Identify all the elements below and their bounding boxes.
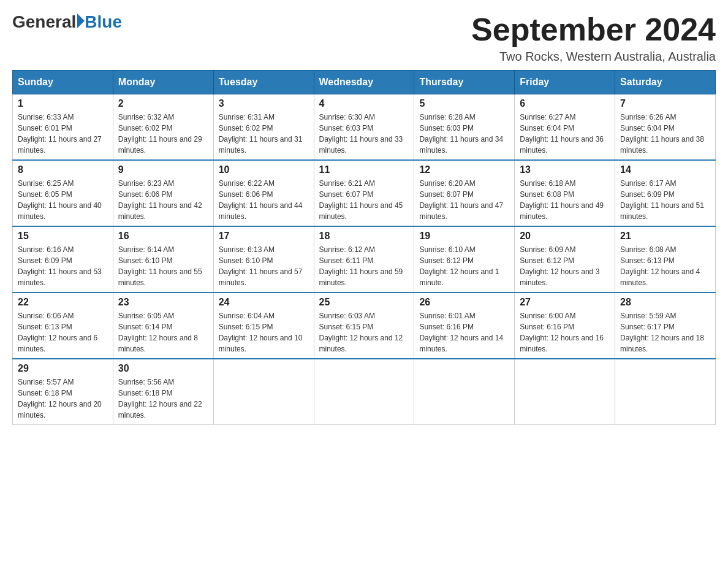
page-title: September 2024: [471, 12, 716, 47]
day-number: 22: [18, 297, 108, 308]
day-info: Sunrise: 6:22 AM Sunset: 6:06 PM Dayligh…: [219, 178, 309, 222]
day-number: 14: [620, 164, 710, 175]
day-number: 20: [520, 231, 610, 242]
calendar-header-row: Sunday Monday Tuesday Wednesday Thursday…: [13, 71, 716, 94]
day-number: 19: [419, 231, 509, 242]
day-info: Sunrise: 6:30 AM Sunset: 6:03 PM Dayligh…: [319, 112, 409, 156]
day-info: Sunrise: 5:56 AM Sunset: 6:18 PM Dayligh…: [118, 377, 208, 421]
table-row: 26 Sunrise: 6:01 AM Sunset: 6:16 PM Dayl…: [414, 293, 515, 359]
day-info: Sunrise: 6:12 AM Sunset: 6:11 PM Dayligh…: [319, 244, 409, 288]
logo-blue-text: Blue: [85, 12, 122, 32]
table-row: 14 Sunrise: 6:17 AM Sunset: 6:09 PM Dayl…: [615, 160, 716, 226]
day-info: Sunrise: 6:04 AM Sunset: 6:15 PM Dayligh…: [219, 310, 309, 354]
table-row: 17 Sunrise: 6:13 AM Sunset: 6:10 PM Dayl…: [213, 226, 314, 293]
day-info: Sunrise: 6:25 AM Sunset: 6:05 PM Dayligh…: [18, 178, 108, 222]
day-info: Sunrise: 6:14 AM Sunset: 6:10 PM Dayligh…: [118, 244, 208, 288]
table-row: 12 Sunrise: 6:20 AM Sunset: 6:07 PM Dayl…: [414, 160, 515, 226]
col-thursday: Thursday: [414, 71, 515, 94]
day-info: Sunrise: 6:32 AM Sunset: 6:02 PM Dayligh…: [118, 112, 208, 156]
day-info: Sunrise: 6:18 AM Sunset: 6:08 PM Dayligh…: [520, 178, 610, 222]
table-row: 21 Sunrise: 6:08 AM Sunset: 6:13 PM Dayl…: [615, 226, 716, 293]
day-info: Sunrise: 6:23 AM Sunset: 6:06 PM Dayligh…: [118, 178, 208, 222]
day-number: 5: [419, 98, 509, 109]
table-row: 10 Sunrise: 6:22 AM Sunset: 6:06 PM Dayl…: [213, 160, 314, 226]
table-row: 6 Sunrise: 6:27 AM Sunset: 6:04 PM Dayli…: [515, 94, 615, 161]
table-row: 11 Sunrise: 6:21 AM Sunset: 6:07 PM Dayl…: [314, 160, 414, 226]
day-number: 2: [118, 98, 208, 109]
day-info: Sunrise: 6:16 AM Sunset: 6:09 PM Dayligh…: [18, 244, 108, 288]
table-row: 4 Sunrise: 6:30 AM Sunset: 6:03 PM Dayli…: [314, 94, 414, 161]
day-info: Sunrise: 6:28 AM Sunset: 6:03 PM Dayligh…: [419, 112, 509, 156]
table-row: 30 Sunrise: 5:56 AM Sunset: 6:18 PM Dayl…: [113, 359, 213, 425]
calendar-table: Sunday Monday Tuesday Wednesday Thursday…: [12, 70, 716, 425]
day-info: Sunrise: 6:27 AM Sunset: 6:04 PM Dayligh…: [520, 112, 610, 156]
col-saturday: Saturday: [615, 71, 716, 94]
table-row: 18 Sunrise: 6:12 AM Sunset: 6:11 PM Dayl…: [314, 226, 414, 293]
day-number: 23: [118, 297, 208, 308]
day-number: 3: [219, 98, 309, 109]
table-row: [615, 359, 716, 425]
day-number: 12: [419, 164, 509, 175]
table-row: 16 Sunrise: 6:14 AM Sunset: 6:10 PM Dayl…: [113, 226, 213, 293]
table-row: 2 Sunrise: 6:32 AM Sunset: 6:02 PM Dayli…: [113, 94, 213, 161]
col-tuesday: Tuesday: [213, 71, 314, 94]
day-number: 21: [620, 231, 710, 242]
day-info: Sunrise: 6:21 AM Sunset: 6:07 PM Dayligh…: [319, 178, 409, 222]
day-number: 16: [118, 231, 208, 242]
table-row: 9 Sunrise: 6:23 AM Sunset: 6:06 PM Dayli…: [113, 160, 213, 226]
table-row: 25 Sunrise: 6:03 AM Sunset: 6:15 PM Dayl…: [314, 293, 414, 359]
day-info: Sunrise: 6:13 AM Sunset: 6:10 PM Dayligh…: [219, 244, 309, 288]
day-number: 9: [118, 164, 208, 175]
logo-blue-part: Blue: [76, 12, 122, 32]
day-number: 24: [219, 297, 309, 308]
day-info: Sunrise: 6:06 AM Sunset: 6:13 PM Dayligh…: [18, 310, 108, 354]
day-info: Sunrise: 6:09 AM Sunset: 6:12 PM Dayligh…: [520, 244, 610, 288]
table-row: 7 Sunrise: 6:26 AM Sunset: 6:04 PM Dayli…: [615, 94, 716, 161]
table-row: 29 Sunrise: 5:57 AM Sunset: 6:18 PM Dayl…: [13, 359, 113, 425]
day-info: Sunrise: 6:31 AM Sunset: 6:02 PM Dayligh…: [219, 112, 309, 156]
table-row: 15 Sunrise: 6:16 AM Sunset: 6:09 PM Dayl…: [13, 226, 113, 293]
day-number: 15: [18, 231, 108, 242]
day-info: Sunrise: 6:20 AM Sunset: 6:07 PM Dayligh…: [419, 178, 509, 222]
day-number: 30: [118, 363, 208, 374]
day-info: Sunrise: 6:17 AM Sunset: 6:09 PM Dayligh…: [620, 178, 710, 222]
table-row: 20 Sunrise: 6:09 AM Sunset: 6:12 PM Dayl…: [515, 226, 615, 293]
col-friday: Friday: [515, 71, 615, 94]
table-row: 1 Sunrise: 6:33 AM Sunset: 6:01 PM Dayli…: [13, 94, 113, 161]
table-row: 5 Sunrise: 6:28 AM Sunset: 6:03 PM Dayli…: [414, 94, 515, 161]
day-number: 28: [620, 297, 710, 308]
title-section: September 2024 Two Rocks, Western Austra…: [471, 12, 716, 64]
day-info: Sunrise: 6:08 AM Sunset: 6:13 PM Dayligh…: [620, 244, 710, 288]
page-subtitle: Two Rocks, Western Australia, Australia: [471, 50, 716, 64]
logo-arrow-icon: [77, 13, 85, 28]
day-number: 17: [219, 231, 309, 242]
table-row: 3 Sunrise: 6:31 AM Sunset: 6:02 PM Dayli…: [213, 94, 314, 161]
day-number: 8: [18, 164, 108, 175]
table-row: [314, 359, 414, 425]
table-row: 23 Sunrise: 6:05 AM Sunset: 6:14 PM Dayl…: [113, 293, 213, 359]
day-number: 10: [219, 164, 309, 175]
day-number: 27: [520, 297, 610, 308]
day-number: 11: [319, 164, 409, 175]
table-row: 22 Sunrise: 6:06 AM Sunset: 6:13 PM Dayl…: [13, 293, 113, 359]
day-info: Sunrise: 6:05 AM Sunset: 6:14 PM Dayligh…: [118, 310, 208, 354]
col-monday: Monday: [113, 71, 213, 94]
logo: General Blue: [12, 12, 122, 32]
day-number: 7: [620, 98, 710, 109]
day-number: 1: [18, 98, 108, 109]
day-number: 18: [319, 231, 409, 242]
day-number: 4: [319, 98, 409, 109]
table-row: 13 Sunrise: 6:18 AM Sunset: 6:08 PM Dayl…: [515, 160, 615, 226]
table-row: [213, 359, 314, 425]
day-number: 6: [520, 98, 610, 109]
table-row: 27 Sunrise: 6:00 AM Sunset: 6:16 PM Dayl…: [515, 293, 615, 359]
day-info: Sunrise: 6:03 AM Sunset: 6:15 PM Dayligh…: [319, 310, 409, 354]
table-row: [515, 359, 615, 425]
day-info: Sunrise: 5:57 AM Sunset: 6:18 PM Dayligh…: [18, 377, 108, 421]
table-row: 24 Sunrise: 6:04 AM Sunset: 6:15 PM Dayl…: [213, 293, 314, 359]
day-info: Sunrise: 6:10 AM Sunset: 6:12 PM Dayligh…: [419, 244, 509, 288]
table-row: 28 Sunrise: 5:59 AM Sunset: 6:17 PM Dayl…: [615, 293, 716, 359]
page-header: General Blue September 2024 Two Rocks, W…: [12, 12, 716, 64]
day-info: Sunrise: 6:26 AM Sunset: 6:04 PM Dayligh…: [620, 112, 710, 156]
table-row: [414, 359, 515, 425]
